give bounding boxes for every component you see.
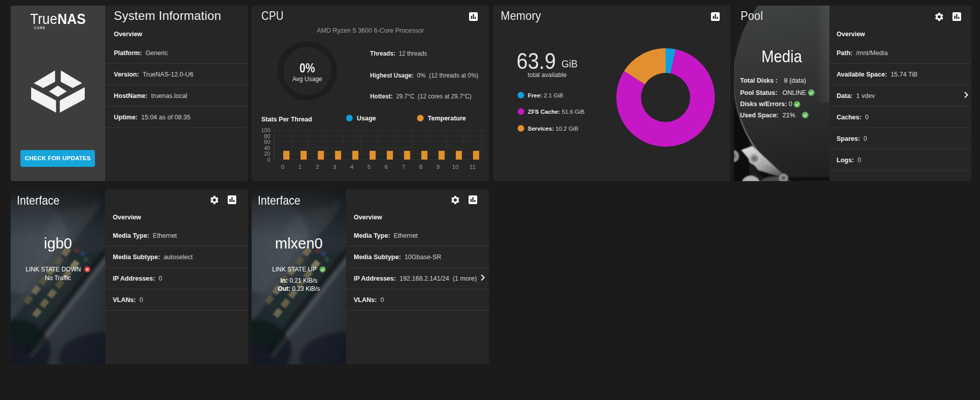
svg-text:8: 8 xyxy=(419,164,422,170)
svg-text:40: 40 xyxy=(264,145,270,151)
svg-text:80: 80 xyxy=(264,133,270,139)
svg-text:100: 100 xyxy=(262,128,271,133)
svg-text:60: 60 xyxy=(264,139,270,145)
svg-text:20: 20 xyxy=(264,151,270,157)
svg-text:5: 5 xyxy=(368,164,371,170)
svg-text:6: 6 xyxy=(385,164,388,170)
svg-text:3: 3 xyxy=(333,164,336,170)
svg-text:11: 11 xyxy=(470,164,476,170)
svg-text:0: 0 xyxy=(267,157,270,163)
svg-text:10: 10 xyxy=(452,164,459,170)
svg-text:7: 7 xyxy=(402,164,405,170)
svg-text:4: 4 xyxy=(350,164,354,170)
svg-text:2: 2 xyxy=(315,164,318,170)
svg-text:1: 1 xyxy=(299,164,302,170)
svg-text:9: 9 xyxy=(436,164,439,170)
svg-text:0: 0 xyxy=(281,164,284,170)
